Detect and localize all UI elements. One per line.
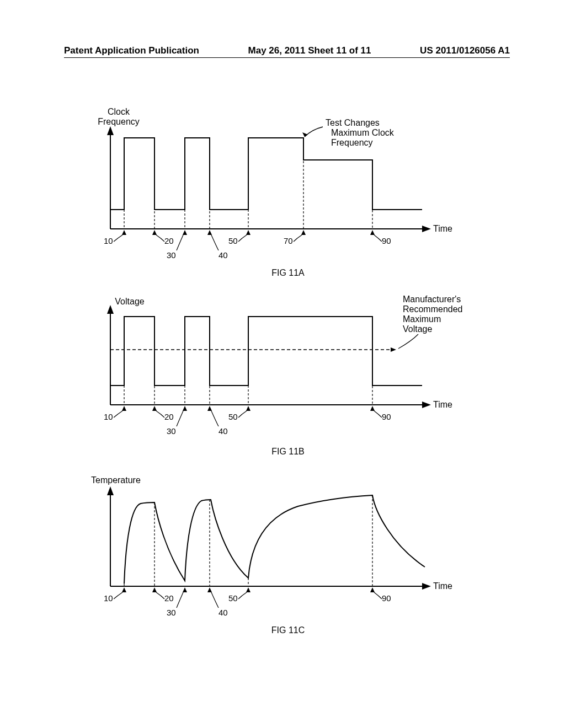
annotation-b-3: Maximum (403, 314, 441, 324)
annotation-b-4: Voltage (403, 324, 432, 334)
tick-b-50: 50 (228, 412, 238, 421)
fig-11a-caption: FIG 11A (66, 268, 510, 278)
tick-c-50: 50 (228, 593, 238, 603)
leader-10 (114, 235, 122, 242)
leader-b-50 (238, 411, 247, 417)
annotation-b-1: Manufacturer's (403, 295, 461, 304)
fig-11c-caption: FIG 11C (66, 625, 510, 635)
leader-90 (374, 235, 382, 242)
fig-11c-svg: Temperature Time (66, 473, 486, 622)
leader-c-40 (211, 592, 218, 608)
annotation-a-leader (305, 127, 323, 137)
tick-b-20: 20 (164, 412, 174, 421)
leader-b-20 (156, 411, 164, 417)
annotation-a-arrowhead (302, 132, 308, 137)
ylabel-c: Temperature (91, 475, 141, 485)
tick-40: 40 (218, 250, 228, 260)
fig-11a-svg: Clock Frequency Time Test Changes Maximu… (66, 105, 486, 265)
waveform-b (110, 317, 422, 386)
tick-b-10: 10 (104, 412, 113, 421)
xlabel-b: Time (433, 400, 452, 409)
fig-11b-caption: FIG 11B (66, 447, 510, 457)
annotation-a-2: Maximum Clock (331, 128, 395, 137)
leader-40 (211, 235, 218, 250)
leader-b-90 (374, 411, 382, 417)
header-divider (64, 57, 510, 58)
tick-10: 10 (104, 236, 113, 245)
fig-11b: Voltage Manufacturer's Recommended Maxim… (66, 295, 510, 457)
tick-c-30: 30 (167, 608, 176, 617)
waveform-c (124, 495, 425, 584)
leader-c-50 (238, 592, 247, 599)
leader-c-20 (156, 592, 164, 599)
tick-70: 70 (284, 236, 293, 245)
tick-c-40: 40 (218, 608, 228, 617)
waveform-a (110, 138, 422, 210)
tick-50: 50 (228, 236, 238, 245)
ylabel-line2: Frequency (98, 117, 140, 126)
tick-arrows-b (122, 406, 375, 411)
page-header: Patent Application Publication May 26, 2… (64, 45, 510, 56)
annotation-b-leader (398, 334, 418, 349)
max-voltage-arrow (391, 347, 396, 352)
leader-c-30 (177, 592, 183, 608)
tick-c-20: 20 (164, 593, 174, 603)
fig-11b-svg: Voltage Manufacturer's Recommended Maxim… (66, 295, 486, 443)
leader-b-30 (177, 411, 183, 426)
tick-arrows-a (122, 230, 375, 235)
tick-c-10: 10 (104, 593, 113, 603)
ylabel-line1: Clock (108, 107, 130, 116)
ylabel-b: Voltage (115, 297, 144, 306)
fig-11c: Temperature Time (66, 473, 510, 635)
tick-b-30: 30 (167, 426, 176, 436)
tick-b-90: 90 (382, 412, 391, 421)
annotation-a-3: Frequency (331, 138, 373, 147)
xlabel: Time (433, 224, 452, 233)
tick-b-40: 40 (218, 426, 228, 436)
tick-20: 20 (164, 236, 174, 245)
tick-arrows-c (122, 587, 375, 592)
leader-70 (294, 235, 302, 242)
leader-c-90 (374, 592, 382, 599)
tick-30: 30 (167, 250, 176, 260)
header-left: Patent Application Publication (64, 45, 199, 56)
leader-b-40 (211, 411, 218, 426)
leader-c-10 (114, 592, 122, 599)
leader-30 (177, 235, 183, 250)
leader-50 (238, 235, 247, 242)
header-center: May 26, 2011 Sheet 11 of 11 (248, 45, 371, 56)
figures-container: Clock Frequency Time Test Changes Maximu… (66, 105, 510, 652)
fig-11a: Clock Frequency Time Test Changes Maximu… (66, 105, 510, 278)
tick-c-90: 90 (382, 593, 391, 603)
tick-90: 90 (382, 236, 391, 245)
leader-20 (156, 235, 164, 242)
leader-b-10 (114, 411, 122, 417)
annotation-a-1: Test Changes (326, 118, 380, 127)
annotation-b-2: Recommended (403, 304, 463, 314)
xlabel-c: Time (433, 581, 452, 591)
header-right: US 2011/0126056 A1 (420, 45, 510, 56)
